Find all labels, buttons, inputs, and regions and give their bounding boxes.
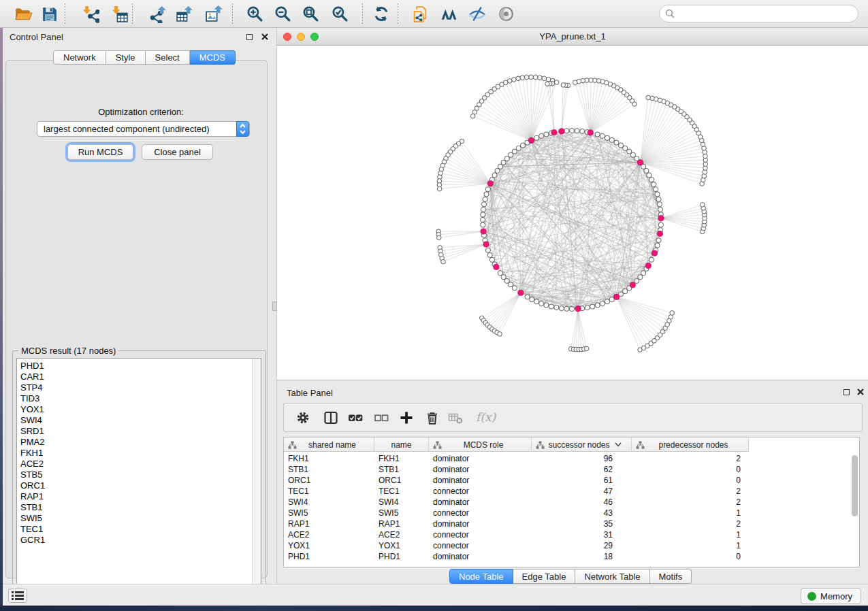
cell-name[interactable]: ACE2 [374,529,429,540]
open-file-icon[interactable] [14,5,33,23]
table-row-TEC1[interactable]: TEC1TEC1connector472 [284,486,859,497]
save-session-icon[interactable] [40,5,59,23]
cell-MCDS-role[interactable]: dominator [429,453,532,464]
delete-table-icon[interactable] [447,410,464,426]
table-row-SWI4[interactable]: SWI4SWI4dominator462 [284,497,859,508]
zoom-selected-icon[interactable] [331,5,349,23]
cell-MCDS-role[interactable]: dominator [429,475,532,486]
mcds-result-item[interactable]: SWI5 [17,513,261,524]
apply-layout-icon[interactable] [372,5,390,23]
optimization-criterion-dropdown[interactable]: largest connected component (undirected) [37,121,250,137]
mcds-list-scrollbar[interactable] [252,359,261,597]
cell-shared-name[interactable]: ORC1 [284,475,374,486]
show-column-panel-icon[interactable] [323,410,339,426]
table-row-RAP1[interactable]: RAP1RAP1dominator352 [284,518,859,529]
cell-successor-nodes[interactable]: 43 [532,508,632,518]
tab-node-table[interactable]: Node Table [449,569,513,584]
cell-successor-nodes[interactable]: 61 [532,475,632,486]
table-row-ORC1[interactable]: ORC1ORC1dominator610 [284,475,859,486]
cell-name[interactable]: PHD1 [374,551,429,562]
cell-shared-name[interactable]: TEC1 [284,486,374,497]
vertical-splitter-handle[interactable] [272,301,277,311]
cell-name[interactable]: ORC1 [374,475,429,486]
table-row-FKH1[interactable]: FKH1FKH1dominator962 [284,453,859,464]
cell-successor-nodes[interactable]: 31 [532,529,632,540]
memory-button[interactable]: Memory [801,588,861,604]
cell-predecessor-nodes[interactable]: 2 [632,453,749,464]
cell-name[interactable]: RAP1 [374,518,429,529]
zoom-in-icon[interactable] [246,5,264,23]
cell-name[interactable]: SWI5 [374,508,429,518]
mcds-result-item[interactable]: SWI4 [17,415,261,426]
close-panel-icon[interactable] [261,33,269,41]
cell-predecessor-nodes[interactable]: 2 [632,497,749,508]
cell-name[interactable]: TEC1 [374,486,429,497]
cell-MCDS-role[interactable]: dominator [429,497,532,508]
table-row-ACE2[interactable]: ACE2ACE2connector311 [284,529,859,540]
mcds-result-item[interactable]: ACE2 [17,459,261,469]
cell-name[interactable]: YOX1 [374,540,429,551]
import-table-icon[interactable] [110,5,129,23]
cell-successor-nodes[interactable]: 62 [532,464,632,475]
zoom-fit-icon[interactable] [302,5,320,23]
deselect-all-icon[interactable] [373,410,389,426]
cell-predecessor-nodes[interactable]: 1 [632,508,749,518]
mcds-result-item[interactable]: RAP1 [17,491,261,502]
table-settings-icon[interactable] [295,410,311,426]
cell-successor-nodes[interactable]: 18 [532,551,632,562]
tab-motifs[interactable]: Motifs [650,569,692,584]
tab-mcds[interactable]: MCDS [190,50,236,65]
cell-MCDS-role[interactable]: connector [429,508,532,518]
cell-predecessor-nodes[interactable]: 1 [632,540,749,551]
hide-selected-icon[interactable] [468,5,486,23]
cell-predecessor-nodes[interactable]: 0 [632,464,749,475]
cell-name[interactable]: SWI4 [374,497,429,508]
tab-network-table[interactable]: Network Table [575,569,649,584]
network-window-titlebar[interactable]: YPA_prune.txt_1 [277,28,868,46]
cell-successor-nodes[interactable]: 29 [532,540,632,551]
cell-predecessor-nodes[interactable]: 1 [632,529,749,540]
network-canvas[interactable] [277,46,867,379]
cell-predecessor-nodes[interactable]: 2 [632,518,749,529]
column-header-name[interactable]: name [374,437,429,452]
zoom-out-icon[interactable] [274,5,292,23]
tab-style[interactable]: Style [106,50,146,65]
add-entry-icon[interactable] [398,410,415,426]
mcds-result-item[interactable]: GCR1 [17,535,261,546]
cell-shared-name[interactable]: STB1 [284,464,374,475]
search-box[interactable] [659,5,858,22]
mcds-result-item[interactable]: STB5 [17,469,261,480]
close-panel-button[interactable]: Close panel [142,144,213,160]
export-image-icon[interactable] [205,5,223,23]
close-table-panel-icon[interactable] [856,388,865,396]
cell-name[interactable]: STB1 [374,464,429,475]
column-header-MCDS-role[interactable]: MCDS role [429,437,532,452]
cell-MCDS-role[interactable]: dominator [429,551,532,562]
tab-select[interactable]: Select [146,50,190,65]
cell-name[interactable]: FKH1 [374,453,429,464]
table-row-YOX1[interactable]: YOX1YOX1connector291 [284,540,859,551]
mcds-result-item[interactable]: TID3 [17,393,261,404]
mcds-result-item[interactable]: STP4 [17,382,261,393]
table-row-STB1[interactable]: STB1STB1dominator620 [284,464,859,475]
table-scrollbar-thumb[interactable] [852,455,858,516]
mcds-result-item[interactable]: YOX1 [17,404,261,415]
float-window-icon[interactable] [246,34,253,40]
cell-predecessor-nodes[interactable]: 2 [632,486,749,497]
export-table-icon[interactable] [176,5,194,23]
first-neighbors-icon[interactable] [440,5,458,23]
column-header-shared-name[interactable]: shared name [284,437,374,452]
cell-MCDS-role[interactable]: connector [429,529,532,540]
cell-shared-name[interactable]: PHD1 [284,551,374,562]
table-row-SWI5[interactable]: SWI5SWI5connector431 [284,508,859,518]
cell-shared-name[interactable]: ACE2 [284,529,374,540]
cell-predecessor-nodes[interactable]: 0 [632,551,749,562]
cell-MCDS-role[interactable]: dominator [429,518,532,529]
cell-successor-nodes[interactable]: 96 [532,453,632,464]
cell-successor-nodes[interactable]: 35 [532,518,632,529]
mcds-result-list[interactable]: PHD1CAR1STP4TID3YOX1SWI4SRD1PMA2FKH1ACE2… [16,358,261,598]
mcds-result-item[interactable]: CAR1 [17,371,261,382]
table-row-PHD1[interactable]: PHD1PHD1dominator180 [284,551,859,562]
column-header-successor-nodes[interactable]: successor nodes [532,437,632,452]
search-input[interactable] [675,7,858,20]
